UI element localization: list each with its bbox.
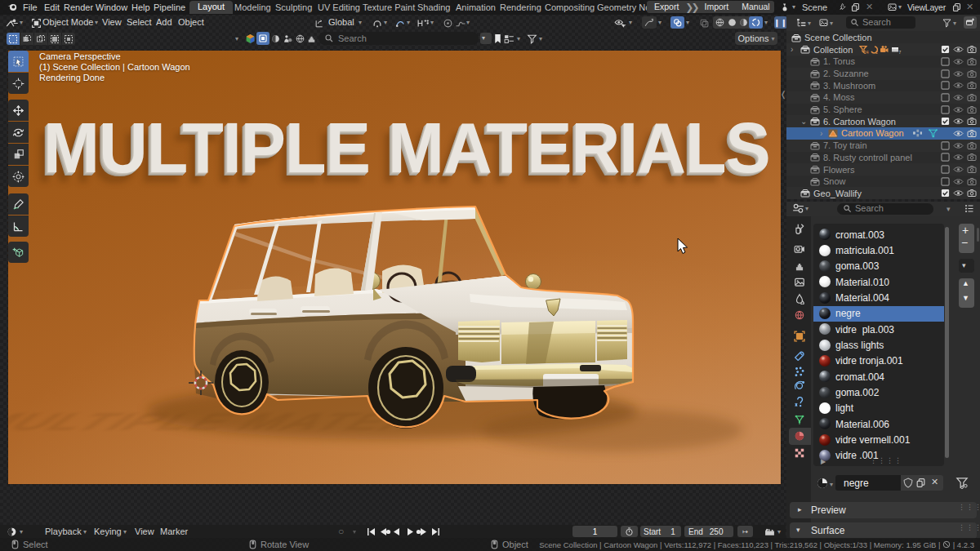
svg-text:24: 24 [864,50,869,55]
svg-text:7: 7 [899,50,902,55]
svg-text:2: 2 [875,50,878,55]
